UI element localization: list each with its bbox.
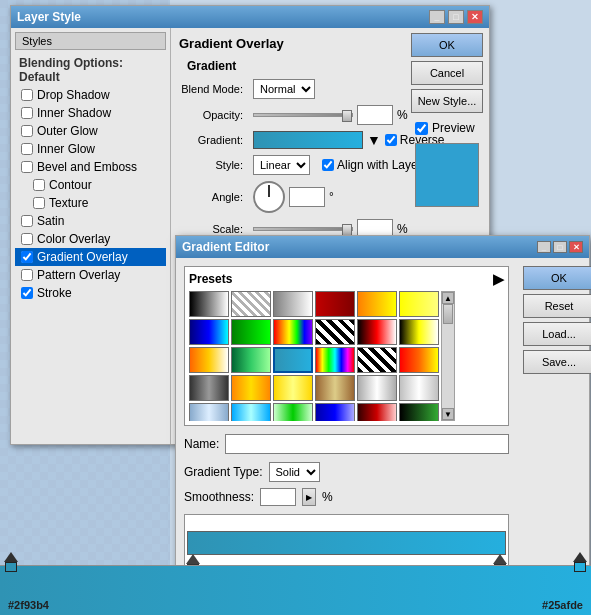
texture-checkbox[interactable]: [33, 197, 45, 209]
drop-shadow-checkbox[interactable]: [21, 89, 33, 101]
preset-14[interactable]: [231, 347, 271, 373]
scroll-thumb[interactable]: [443, 304, 453, 324]
texture-label: Texture: [49, 196, 88, 210]
ge-min-button[interactable]: _: [537, 241, 551, 253]
preset-6[interactable]: [399, 291, 439, 317]
ge-ok-button[interactable]: OK: [523, 266, 591, 290]
sidebar-item-texture[interactable]: Texture: [15, 194, 166, 212]
inner-glow-checkbox[interactable]: [21, 143, 33, 155]
smoothness-input[interactable]: 100: [260, 488, 296, 506]
satin-checkbox[interactable]: [21, 215, 33, 227]
sidebar-item-inner-shadow[interactable]: Inner Shadow: [15, 104, 166, 122]
opacity-slider[interactable]: [253, 113, 353, 117]
smoothness-stepper[interactable]: ▶: [302, 488, 316, 506]
inner-shadow-checkbox[interactable]: [21, 107, 33, 119]
sidebar-item-bevel[interactable]: Bevel and Emboss: [15, 158, 166, 176]
scale-unit: %: [397, 222, 408, 236]
preset-5[interactable]: [357, 291, 397, 317]
sidebar-item-outer-glow[interactable]: Outer Glow: [15, 122, 166, 140]
preset-18[interactable]: [399, 347, 439, 373]
preview-checkbox[interactable]: [415, 122, 428, 135]
gradient-type-select[interactable]: Solid: [269, 462, 320, 482]
gradient-overlay-checkbox[interactable]: [21, 251, 33, 263]
close-button[interactable]: ✕: [467, 10, 483, 24]
preset-4[interactable]: [315, 291, 355, 317]
preset-1[interactable]: [189, 291, 229, 317]
reverse-checkbox[interactable]: [385, 134, 397, 146]
bottom-left-stop[interactable]: [4, 552, 18, 572]
preset-8[interactable]: [231, 319, 271, 345]
preset-7[interactable]: [189, 319, 229, 345]
sidebar-item-satin[interactable]: Satin: [15, 212, 166, 230]
preset-3[interactable]: [273, 291, 313, 317]
style-select[interactable]: Linear: [253, 155, 310, 175]
preset-28[interactable]: [315, 403, 355, 421]
ok-button[interactable]: OK: [411, 33, 483, 57]
gradient-dropdown-icon[interactable]: ▼: [367, 132, 381, 148]
blend-mode-label: Blend Mode:: [179, 83, 249, 95]
preset-10[interactable]: [315, 319, 355, 345]
angle-unit: °: [329, 190, 334, 204]
contour-checkbox[interactable]: [33, 179, 45, 191]
sidebar-item-gradient-overlay[interactable]: Gradient Overlay: [15, 248, 166, 266]
preset-19[interactable]: [189, 375, 229, 401]
ge-reset-button[interactable]: Reset: [523, 294, 591, 318]
outer-glow-checkbox[interactable]: [21, 125, 33, 137]
stroke-checkbox[interactable]: [21, 287, 33, 299]
preset-11[interactable]: [357, 319, 397, 345]
preset-9[interactable]: [273, 319, 313, 345]
preset-16[interactable]: [315, 347, 355, 373]
sidebar-item-drop-shadow[interactable]: Drop Shadow: [15, 86, 166, 104]
ge-save-button[interactable]: Save...: [523, 350, 591, 374]
preset-12[interactable]: [399, 319, 439, 345]
preset-23[interactable]: [357, 375, 397, 401]
scroll-down-btn[interactable]: ▼: [442, 408, 454, 420]
cancel-button[interactable]: Cancel: [411, 61, 483, 85]
new-style-button[interactable]: New Style...: [411, 89, 483, 113]
minimize-button[interactable]: _: [429, 10, 445, 24]
angle-input[interactable]: 90: [289, 187, 325, 207]
name-input[interactable]: Foreground to Background: [225, 434, 509, 454]
scroll-up-btn[interactable]: ▲: [442, 292, 454, 304]
preset-30[interactable]: [399, 403, 439, 421]
sidebar-item-inner-glow[interactable]: Inner Glow: [15, 140, 166, 158]
preset-17[interactable]: [357, 347, 397, 373]
angle-dial[interactable]: [253, 181, 285, 213]
preset-27[interactable]: [273, 403, 313, 421]
ge-max-button[interactable]: □: [553, 241, 567, 253]
preset-22[interactable]: [315, 375, 355, 401]
sidebar-item-contour[interactable]: Contour: [15, 176, 166, 194]
bevel-checkbox[interactable]: [21, 161, 33, 173]
sidebar-item-blending[interactable]: Blending Options: Default: [15, 54, 166, 86]
ge-titlebar-buttons: _ □ ✕: [537, 241, 583, 253]
sidebar-item-color-overlay[interactable]: Color Overlay: [15, 230, 166, 248]
preset-2[interactable]: [231, 291, 271, 317]
scale-slider[interactable]: [253, 227, 353, 231]
preset-25[interactable]: [189, 403, 229, 421]
gradient-main-bar[interactable]: [187, 531, 506, 555]
sidebar-item-pattern-overlay[interactable]: Pattern Overlay: [15, 266, 166, 284]
blend-mode-select[interactable]: Normal: [253, 79, 315, 99]
pattern-overlay-checkbox[interactable]: [21, 269, 33, 281]
sidebar-item-stroke[interactable]: Stroke: [15, 284, 166, 302]
align-checkbox[interactable]: [322, 159, 334, 171]
preset-26[interactable]: [231, 403, 271, 421]
gradient-preview[interactable]: [253, 131, 363, 149]
bottom-right-stop[interactable]: [573, 552, 587, 572]
ge-close-button[interactable]: ✕: [569, 241, 583, 253]
presets-menu-icon[interactable]: ▶: [493, 271, 504, 287]
presets-scrollbar[interactable]: ▲ ▼: [441, 291, 455, 421]
color-overlay-checkbox[interactable]: [21, 233, 33, 245]
preset-20[interactable]: [231, 375, 271, 401]
opacity-input[interactable]: 100: [357, 105, 393, 125]
maximize-button[interactable]: □: [448, 10, 464, 24]
preset-21[interactable]: [273, 375, 313, 401]
preset-13[interactable]: [189, 347, 229, 373]
ge-load-button[interactable]: Load...: [523, 322, 591, 346]
preset-29[interactable]: [357, 403, 397, 421]
left-stop-arrow: [186, 554, 200, 564]
contour-label: Contour: [49, 178, 92, 192]
preset-15[interactable]: [273, 347, 313, 373]
preset-24[interactable]: [399, 375, 439, 401]
opacity-thumb[interactable]: [342, 110, 352, 122]
